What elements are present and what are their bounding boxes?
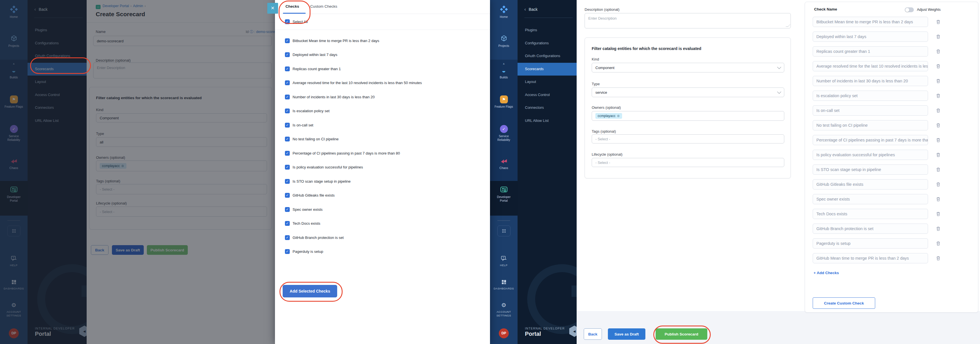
check-checkbox[interactable]: ✓ [285, 137, 290, 142]
check-checkbox[interactable]: ✓ [285, 80, 290, 85]
check-checkbox[interactable]: ✓ [285, 38, 290, 43]
check-name-input[interactable]: Is on-call set [813, 105, 928, 116]
sidebar-item-developer-portal[interactable]: DeveloperPortal [490, 185, 517, 202]
tab-custom-checks[interactable]: Custom Checks [310, 4, 337, 8]
trash-icon[interactable] [935, 152, 941, 158]
check-row: ✓ GitHub Branch protection is set [285, 235, 484, 240]
annotation-oval-add-selected-checks [280, 282, 342, 302]
trash-icon[interactable] [935, 78, 941, 84]
save-as-draft-button[interactable]: Save as Draft [608, 328, 645, 340]
kind-label: Kind [592, 57, 599, 61]
check-name-input[interactable]: No test failing on CI pipeline [813, 120, 928, 131]
check-checkbox[interactable]: ✓ [285, 123, 290, 127]
trash-icon[interactable] [935, 49, 941, 54]
check-row: ✓ Is STO scan stage setup in pipeline [285, 178, 484, 184]
description-textarea[interactable]: Enter Description [585, 13, 791, 29]
lifecycle-select[interactable]: - Select - [592, 158, 784, 167]
trash-icon[interactable] [935, 196, 941, 202]
trash-icon[interactable] [935, 63, 941, 69]
chip-remove-icon[interactable]: ⊗ [617, 114, 620, 118]
help-chat-icon: ? [501, 255, 508, 262]
sidebar-item-account-settings[interactable]: ⚙ ACCOUNTSETTINGS [490, 302, 517, 317]
textarea-resize-handle[interactable] [786, 24, 791, 27]
nav-item[interactable]: Scorecards [517, 63, 577, 76]
check-checkbox[interactable]: ✓ [285, 165, 290, 170]
nav-item[interactable]: Plugins [517, 24, 577, 37]
check-checkbox[interactable]: ✓ [285, 95, 290, 99]
check-checkbox[interactable]: ✓ [285, 235, 290, 240]
trash-icon[interactable] [935, 93, 941, 99]
trash-icon[interactable] [935, 182, 941, 187]
check-checkbox[interactable]: ✓ [285, 151, 290, 156]
check-name-input[interactable]: Tech Docs exists [813, 209, 928, 219]
trash-icon[interactable] [935, 123, 941, 128]
trash-icon[interactable] [935, 108, 941, 113]
check-checkbox[interactable]: ✓ [285, 221, 290, 226]
trash-icon[interactable] [935, 167, 941, 172]
check-name-input[interactable]: GitHub Mean time to merge PR is less tha… [813, 253, 928, 263]
sidebar-item-home[interactable]: Home [490, 5, 517, 19]
sidebar-item-service-reliability[interactable]: ✓ ServiceReliability [490, 125, 517, 142]
collapse-up-icon[interactable]: ▲ [490, 62, 517, 65]
owner-chip[interactable]: ccmplayacc⊗ [595, 113, 622, 119]
trash-icon[interactable] [935, 211, 941, 217]
back-link[interactable]: ‹Back [524, 7, 538, 12]
trash-icon[interactable] [935, 19, 941, 25]
nav-item[interactable]: Connectors [517, 101, 577, 115]
trash-icon[interactable] [935, 137, 941, 143]
sidebar-item-chaos[interactable]: Chaos [490, 157, 517, 170]
back-button[interactable]: Back [584, 328, 602, 340]
tags-select[interactable]: - Select - [592, 134, 784, 143]
check-name-input[interactable]: Spec owner exists [813, 194, 928, 204]
check-checkbox[interactable]: ✓ [285, 193, 290, 198]
check-name-input[interactable]: Is STO scan stage setup in pipeline [813, 164, 928, 175]
check-name-input[interactable]: Percentage of CI pipelines passing in pa… [813, 135, 928, 145]
check-name-input[interactable]: Deployed within last 7 days [813, 32, 928, 42]
module-selector-button[interactable] [497, 226, 511, 236]
sidebar-item-dashboards[interactable]: DASHBOARDS [490, 279, 517, 290]
check-name-input[interactable]: Pagerduty is setup [813, 238, 928, 248]
check-label: Tech Docs exists [293, 221, 320, 226]
check-name-input[interactable]: Is escalation policy set [813, 91, 928, 101]
check-name-input[interactable]: Replicas count greater than 1 [813, 46, 928, 57]
add-checks-link[interactable]: + Add Checks [813, 271, 839, 275]
check-name-input[interactable]: Bitbucket Mean time to merge PR is less … [813, 17, 928, 27]
check-checkbox[interactable]: ✓ [285, 52, 290, 57]
create-custom-check-button[interactable]: Create Custom Check [813, 298, 875, 309]
kind-select[interactable]: Component [592, 63, 784, 72]
check-name-input[interactable]: Is policy evaluation successful for pipe… [813, 150, 928, 160]
check-checkbox[interactable]: ✓ [285, 67, 290, 71]
nav-item[interactable]: URL Allow List [517, 115, 577, 127]
trash-icon[interactable] [935, 226, 941, 231]
check-name-input[interactable]: GitHub Gitleaks file exists [813, 179, 928, 190]
sidebar-item-builds[interactable]: ◒ Builds [490, 68, 517, 79]
check-checkbox[interactable]: ✓ [285, 249, 290, 254]
check-checkbox[interactable]: ✓ [285, 179, 290, 184]
nav-item[interactable]: Layout [517, 76, 577, 89]
check-label: No test failing on CI pipeline [293, 137, 339, 141]
feature-flags-icon: ⚑ [500, 96, 508, 104]
sidebar-item-projects[interactable]: Projects [490, 35, 517, 48]
sidebar-item-help[interactable]: ? HELP [490, 255, 517, 267]
sidebar-item-feature-flags[interactable]: ⚑ Feature Flags [490, 96, 517, 108]
user-avatar[interactable]: DP [499, 328, 509, 338]
admin-nav-panel: ‹Back Plugins Configurations OAuth Confi… [517, 0, 577, 344]
check-name-input[interactable]: GitHub Branch protection is set [813, 223, 928, 234]
check-name-input[interactable]: Average resolved time for the last 10 re… [813, 61, 928, 71]
adjust-weights-toggle[interactable] [905, 7, 914, 12]
check-name-row: Replicas count greater than 1 [813, 46, 941, 57]
annotation-oval-publish-scorecard [653, 325, 711, 344]
check-checkbox[interactable]: ✓ [285, 207, 290, 212]
type-select[interactable]: service [592, 88, 784, 97]
trash-icon[interactable] [935, 240, 941, 246]
trash-icon[interactable] [935, 34, 941, 40]
nav-item[interactable]: Access Control [517, 89, 577, 102]
trash-icon[interactable] [935, 255, 941, 261]
type-label: Type [592, 82, 600, 86]
owners-input[interactable]: ccmplayacc⊗ [592, 111, 784, 121]
check-name-input[interactable]: Number of incidents in last 30 days is l… [813, 76, 928, 86]
nav-item[interactable]: OAuth Configurations [517, 50, 577, 63]
check-checkbox[interactable]: ✓ [285, 108, 290, 113]
description-label: Description (optional) [585, 7, 619, 12]
nav-item[interactable]: Configurations [517, 37, 577, 50]
